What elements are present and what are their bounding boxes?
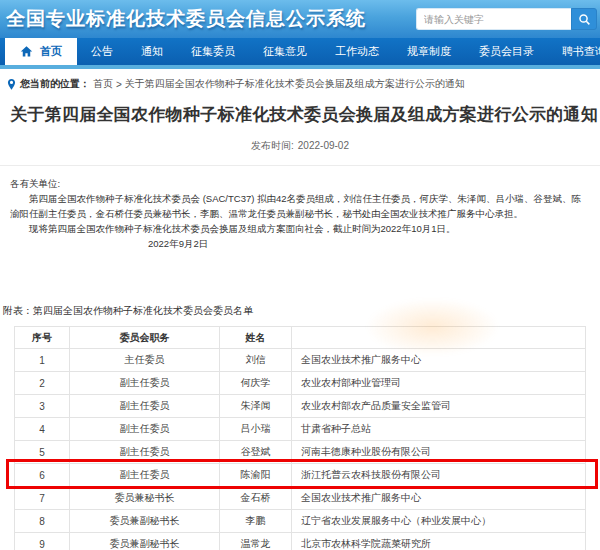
nav-item-label: 首页 bbox=[40, 44, 62, 59]
search-icon bbox=[578, 13, 591, 26]
site-title: 全国专业标准化技术委员会信息公示系统 bbox=[6, 6, 366, 32]
cell-name: 刘信 bbox=[220, 349, 292, 372]
cell-name: 温常龙 bbox=[220, 533, 292, 550]
home-icon bbox=[20, 45, 33, 58]
breadcrumb-home-link[interactable]: 首页 bbox=[93, 77, 113, 91]
breadcrumb: 您当前的位置： 首页 > 关于第四届全国农作物种子标准化技术委员会换届及组成方案… bbox=[0, 69, 600, 96]
publish-time-label: 发布时间: bbox=[251, 140, 294, 151]
cell-no: 3 bbox=[15, 395, 70, 418]
cell-org: 辽宁省农业发展服务中心（种业发展中心） bbox=[292, 510, 586, 533]
search-input[interactable] bbox=[416, 8, 571, 30]
cell-name: 李鹏 bbox=[220, 510, 292, 533]
cell-name: 朱泽闻 bbox=[220, 395, 292, 418]
nav-item-committee-directory[interactable]: 委员会目录 bbox=[465, 38, 548, 65]
nav-item-label: 聘书查询 bbox=[562, 44, 600, 59]
cell-name: 金石桥 bbox=[220, 487, 292, 510]
cell-role: 副主任委员 bbox=[70, 395, 220, 418]
cell-org: 农业农村部农产品质量安全监管司 bbox=[292, 395, 586, 418]
nav-item-label: 规章制度 bbox=[407, 44, 451, 59]
cell-no: 4 bbox=[15, 418, 70, 441]
nav-item-label: 征集委员 bbox=[191, 44, 235, 59]
cell-no: 7 bbox=[15, 487, 70, 510]
nav-item-regulations[interactable]: 规章制度 bbox=[393, 38, 465, 65]
location-pin-icon bbox=[6, 78, 17, 91]
cell-role: 副主任委员 bbox=[70, 372, 220, 395]
col-header-no: 序号 bbox=[15, 327, 70, 349]
cell-org: 北京市农林科学院蔬菜研究所 bbox=[292, 533, 586, 550]
members-table: 序号 委员会职务 姓名 1 主任委员 刘信 全国农业技术推广服务中心 2 副主任… bbox=[14, 326, 586, 550]
breadcrumb-separator: > bbox=[116, 79, 122, 90]
breadcrumb-label: 您当前的位置： bbox=[20, 77, 90, 91]
cell-role: 副主任委员 bbox=[70, 418, 220, 441]
site-header: 全国专业标准化技术委员会信息公示系统 bbox=[0, 0, 600, 38]
article-body: 各有关单位: 第四届全国农作物种子标准化技术委员会 (SAC/TC37) 拟由4… bbox=[0, 166, 600, 251]
nav-item-label: 工作动态 bbox=[335, 44, 379, 59]
salutation: 各有关单位: bbox=[10, 176, 590, 191]
cell-role: 委员兼副秘书长 bbox=[70, 533, 220, 550]
cell-name: 吕小瑞 bbox=[220, 418, 292, 441]
nav-item-label: 委员会目录 bbox=[479, 44, 534, 59]
paragraph-2: 现将第四届全国农作物种子标准化技术委员会换届及组成方案面向社会，截止时间为202… bbox=[10, 221, 590, 236]
cell-name: 谷登斌 bbox=[220, 441, 292, 464]
nav-item-notice[interactable]: 通知 bbox=[127, 38, 177, 65]
col-header-role: 委员会职务 bbox=[70, 327, 220, 349]
breadcrumb-current: 关于第四届全国农作物种子标准化技术委员会换届及组成方案进行公示的通知 bbox=[125, 77, 465, 91]
cell-no: 8 bbox=[15, 510, 70, 533]
nav-item-home[interactable]: 首页 bbox=[5, 38, 77, 65]
cell-role: 委员兼副秘书长 bbox=[70, 510, 220, 533]
cell-org: 全国农业技术推广服务中心 bbox=[292, 487, 586, 510]
nav-item-label: 征集意见 bbox=[263, 44, 307, 59]
cell-name: 何庆学 bbox=[220, 372, 292, 395]
cell-role: 委员兼秘书长 bbox=[70, 487, 220, 510]
nav-item-solicit-opinions[interactable]: 征集意见 bbox=[249, 38, 321, 65]
page-title: 关于第四届全国农作物种子标准化技术委员会换届及组成方案进行公示的通知 bbox=[0, 96, 600, 126]
table-row: 2 副主任委员 何庆学 农业农村部种业管理司 bbox=[15, 372, 586, 395]
nav-item-recruit-members[interactable]: 征集委员 bbox=[177, 38, 249, 65]
cell-role: 副主任委员 bbox=[70, 464, 220, 487]
table-row: 7 委员兼秘书长 金石桥 全国农业技术推广服务中心 bbox=[15, 487, 586, 510]
cell-no: 6 bbox=[15, 464, 70, 487]
members-table-wrap: 序号 委员会职务 姓名 1 主任委员 刘信 全国农业技术推广服务中心 2 副主任… bbox=[14, 326, 586, 550]
page: 全国专业标准化技术委员会信息公示系统 首页 公告 通知 征集委员 征集意见 工作… bbox=[0, 0, 600, 550]
nav-item-announcement[interactable]: 公告 bbox=[77, 38, 127, 65]
col-header-org bbox=[292, 327, 586, 349]
table-row: 8 委员兼副秘书长 李鹏 辽宁省农业发展服务中心（种业发展中心） bbox=[15, 510, 586, 533]
publish-time: 发布时间:2022-09-02 bbox=[0, 139, 600, 166]
publish-time-value: 2022-09-02 bbox=[298, 140, 349, 151]
nav-item-label: 通知 bbox=[141, 44, 163, 59]
attachment-label: 附表：第四届全国农作物种子标准化技术委员会委员名单 bbox=[0, 304, 600, 318]
cell-org: 浙江托普云农科技股份有限公司 bbox=[292, 464, 586, 487]
table-row: 3 副主任委员 朱泽闻 农业农村部农产品质量安全监管司 bbox=[15, 395, 586, 418]
sign-date: 2022年9月2日 bbox=[148, 236, 590, 251]
table-row: 1 主任委员 刘信 全国农业技术推广服务中心 bbox=[15, 349, 586, 372]
table-row: 9 委员兼副秘书长 温常龙 北京市农林科学院蔬菜研究所 bbox=[15, 533, 586, 550]
cell-org: 农业农村部种业管理司 bbox=[292, 372, 586, 395]
cell-role: 副主任委员 bbox=[70, 441, 220, 464]
nav-item-work-news[interactable]: 工作动态 bbox=[321, 38, 393, 65]
nav-item-certificate-query[interactable]: 聘书查询 bbox=[548, 38, 600, 65]
main-nav: 首页 公告 通知 征集委员 征集意见 工作动态 规章制度 委员会目录 聘书查询 … bbox=[0, 38, 600, 65]
cell-org: 甘肃省种子总站 bbox=[292, 418, 586, 441]
table-header-row: 序号 委员会职务 姓名 bbox=[15, 327, 586, 349]
cell-no: 5 bbox=[15, 441, 70, 464]
search-button[interactable] bbox=[571, 8, 597, 30]
search-box bbox=[416, 8, 597, 30]
cell-name: 陈渝阳 bbox=[220, 464, 292, 487]
cell-no: 9 bbox=[15, 533, 70, 550]
cell-role: 主任委员 bbox=[70, 349, 220, 372]
table-row: 4 副主任委员 吕小瑞 甘肃省种子总站 bbox=[15, 418, 586, 441]
cell-no: 1 bbox=[15, 349, 70, 372]
col-header-name: 姓名 bbox=[220, 327, 292, 349]
table-row: 5 副主任委员 谷登斌 河南丰德康种业股份有限公司 bbox=[15, 441, 586, 464]
cell-org: 全国农业技术推广服务中心 bbox=[292, 349, 586, 372]
table-row-highlighted: 6 副主任委员 陈渝阳 浙江托普云农科技股份有限公司 bbox=[15, 464, 586, 487]
paragraph-1: 第四届全国农作物种子标准化技术委员会 (SAC/TC37) 拟由42名委员组成，… bbox=[10, 191, 590, 221]
nav-item-label: 公告 bbox=[91, 44, 113, 59]
cell-org: 河南丰德康种业股份有限公司 bbox=[292, 441, 586, 464]
cell-no: 2 bbox=[15, 372, 70, 395]
